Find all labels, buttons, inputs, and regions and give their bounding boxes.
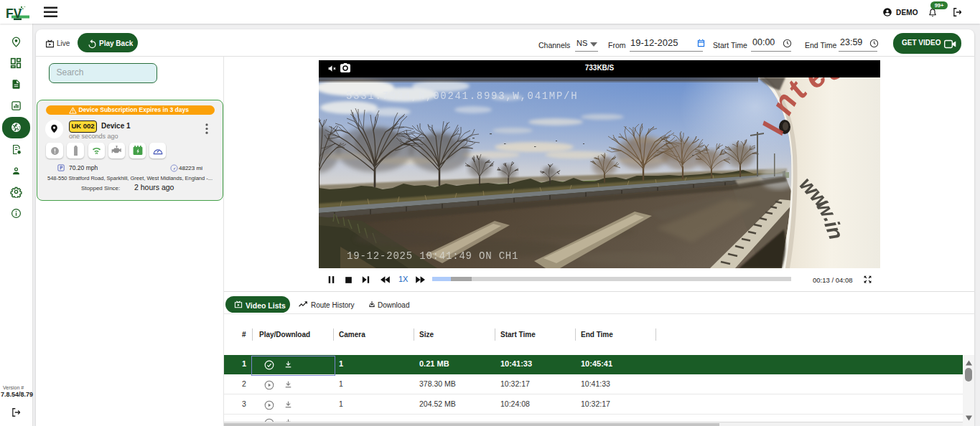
svg-text:19-12-2025 10:41:49 ON CH1: 19-12-2025 10:41:49 ON CH1 (347, 250, 518, 262)
svg-text:5331.7934,N,00241.8993,W,041MP: 5331.7934,N,00241.8993,W,041MP/H (346, 90, 578, 102)
